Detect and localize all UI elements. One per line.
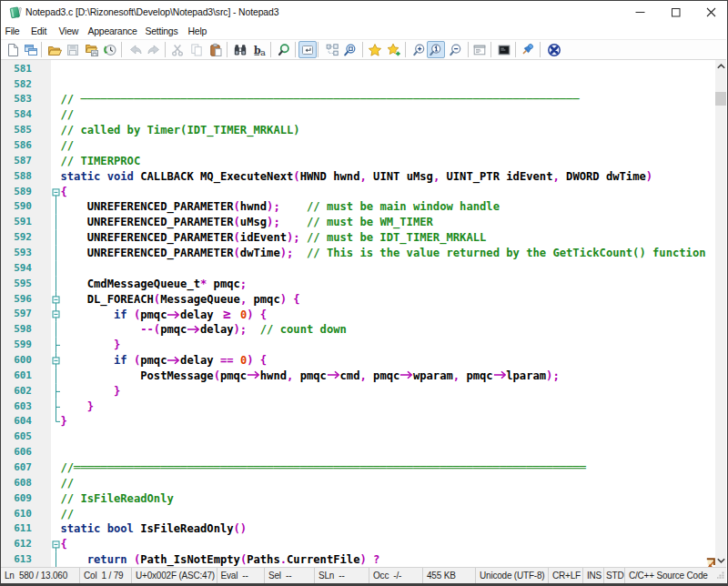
code-line-592[interactable]: 592 UNREFERENCED_PARAMETER(idEvent); // … [1, 230, 726, 246]
code-line-600[interactable]: 600 if (pmqcdelay == 0) { [1, 353, 726, 369]
cut-button[interactable] [170, 43, 185, 57]
code-line-582[interactable]: 582 [1, 77, 726, 93]
toggle-folds-button[interactable] [325, 43, 339, 57]
save-file-button[interactable] [66, 43, 80, 57]
scrollbar-up-button[interactable] [715, 60, 726, 76]
code-line-583[interactable]: 583// ──────────────────────────────────… [1, 92, 726, 107]
redo-button[interactable] [147, 43, 161, 57]
code-token-d [300, 231, 307, 244]
code-line-612[interactable]: 612{ [1, 537, 726, 552]
code-token-o: ); [280, 247, 294, 259]
title-bar[interactable]: Notepad3.c [D:\Rizonesoft\Develop\Notepa… [1, 1, 726, 24]
code-token-c: // IsFileReadOnly [61, 492, 174, 505]
code-line-604[interactable]: 604} [1, 414, 726, 429]
code-line-587[interactable]: 587// TIMERPROC [1, 154, 726, 169]
zoom-reset-button[interactable] [429, 43, 443, 57]
code-line-593[interactable]: 593 UNREFERENCED_PARAMETER(dwTime); // T… [1, 246, 726, 261]
code-line-605[interactable]: 605 [1, 429, 726, 445]
code-line-596[interactable]: 596 DL_FOREACH(MessageQueue, pmqc) { [1, 292, 726, 308]
find-button[interactable] [233, 43, 248, 57]
code-token-c: // count down [260, 323, 347, 336]
exit-button[interactable] [547, 43, 561, 57]
status-eol-mode[interactable]: CR+LF [549, 568, 583, 583]
scrollbar-thumb[interactable] [715, 92, 726, 106]
open-settings-button[interactable] [472, 43, 487, 57]
maximize-button[interactable] [658, 1, 693, 24]
recent-files-button[interactable] [103, 43, 117, 57]
code-line-610[interactable]: 610// [1, 507, 726, 522]
menu-item-view[interactable]: View [59, 24, 79, 39]
code-line-591[interactable]: 591 UNREFERENCED_PARAMETER(uMsg); // mus… [1, 215, 726, 230]
add-favorite-button[interactable] [387, 43, 401, 57]
line-number: 594 [1, 261, 32, 277]
new-file-button[interactable] [5, 43, 20, 57]
notepad3-window: Notepad3.c [D:\Rizonesoft\Develop\Notepa… [0, 0, 728, 586]
line-number: 610 [1, 507, 32, 522]
paste-button[interactable] [208, 43, 223, 57]
pin-on-top-button[interactable] [521, 43, 535, 57]
menu-item-appearance[interactable]: Appearance [88, 24, 137, 39]
new-window-button[interactable] [24, 43, 38, 57]
menu-item-help[interactable]: Help [188, 24, 207, 39]
status-file-size[interactable]: 455 KB [423, 568, 476, 583]
code-text: // [61, 507, 75, 522]
code-line-613[interactable]: 613 return (Path_IsNotEmpty(Paths.Curren… [1, 552, 726, 567]
code-line-608[interactable]: 608// [1, 476, 726, 491]
save-as-button[interactable] [85, 43, 99, 57]
code-line-607[interactable]: 607//═══════════════════════════════════… [1, 460, 726, 476]
status-case-mode[interactable]: STD [604, 568, 626, 583]
zoom-in-button[interactable] [412, 43, 427, 57]
status-occurrences[interactable]: Occ -/- [369, 568, 423, 583]
grep-button[interactable] [277, 43, 291, 57]
undo-button[interactable] [128, 43, 143, 57]
code-line-588[interactable]: 588static void CALLBACK MQ_ExecuteNext(H… [1, 169, 726, 185]
code-line-590[interactable]: 590 UNREFERENCED_PARAMETER(hwnd); // mus… [1, 199, 726, 215]
code-line-585[interactable]: 585// called by Timer(IDT_TIMER_MRKALL) [1, 123, 726, 138]
word-wrap-icon [300, 43, 315, 57]
status-line[interactable]: Ln 580 / 13.060 [1, 568, 80, 583]
code-line-589[interactable]: 589{ [1, 185, 726, 200]
menu-item-settings[interactable]: Settings [146, 24, 178, 39]
copy-button[interactable] [189, 43, 204, 57]
code-text: return (Path_IsNotEmpty(Paths.CurrentFil… [61, 552, 380, 567]
status-selection[interactable]: Sel -- [265, 568, 315, 583]
code-line-581[interactable]: 581 [1, 62, 726, 77]
close-button[interactable] [693, 1, 728, 24]
code-line-601[interactable]: 601 PostMessage(pmqchwnd, pmqccmd, pmqcw… [1, 369, 726, 384]
code-line-586[interactable]: 586// [1, 138, 726, 154]
status-column[interactable]: Col 1 / 79 [80, 568, 132, 583]
focus-view-button[interactable] [343, 43, 358, 57]
code-line-594[interactable]: 594 [1, 261, 726, 277]
zoom-out-button[interactable] [449, 43, 463, 57]
run-console-button[interactable] [497, 43, 511, 57]
code-line-584[interactable]: 584// [1, 107, 726, 123]
status-insert-mode[interactable]: INS [583, 568, 604, 583]
status-char-info[interactable]: U+0x002F (ASC:47) [132, 568, 217, 583]
menu-item-edit[interactable]: Edit [31, 24, 46, 39]
status-encoding[interactable]: Unicode (UTF-8) [476, 568, 549, 583]
code-line-595[interactable]: 595 CmdMessageQueue_t* pmqc; [1, 277, 726, 292]
scrollbar-down-button[interactable] [715, 551, 726, 567]
code-line-609[interactable]: 609// IsFileReadOnly [1, 491, 726, 507]
code-line-603[interactable]: 603 } [1, 399, 726, 415]
vertical-scrollbar[interactable] [715, 60, 726, 567]
code-line-606[interactable]: 606 [1, 445, 726, 460]
status-selected-lines[interactable]: SLn -- [315, 568, 369, 583]
word-wrap-button[interactable] [300, 43, 315, 57]
status-schema[interactable]: C/C++ Source Code [625, 568, 726, 583]
line-number: 597 [1, 307, 32, 322]
code-line-611[interactable]: 611static bool IsFileReadOnly() [1, 521, 726, 537]
menu-item-file[interactable]: File [5, 24, 20, 39]
code-token-c: // must be WM_TIMER [307, 216, 433, 228]
code-text: PostMessage(pmqchwnd, pmqccmd, pmqcwpara… [61, 369, 560, 384]
favorites-button[interactable] [368, 43, 382, 57]
code-line-599[interactable]: 599 } [1, 338, 726, 353]
code-line-597[interactable]: 597 if (pmqcdelay ≥ 0) { [1, 307, 726, 322]
open-file-button[interactable] [47, 43, 62, 57]
code-line-598[interactable]: 598 --(pmqcdelay); // count down [1, 322, 726, 338]
replace-button[interactable]: ba [252, 43, 267, 57]
status-eval[interactable]: Eval -- [217, 568, 266, 583]
minimize-button[interactable] [622, 1, 658, 24]
editor[interactable]: 581582583// ────────────────────────────… [1, 60, 726, 567]
code-line-602[interactable]: 602 } [1, 384, 726, 399]
